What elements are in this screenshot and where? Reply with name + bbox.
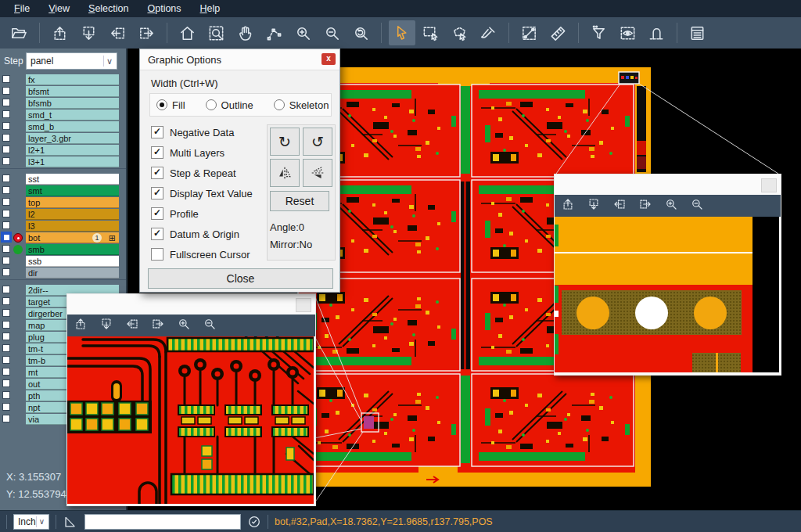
home-button[interactable] <box>174 20 201 45</box>
layer-checkbox[interactable] <box>2 257 10 264</box>
layer-row-l3[interactable]: l3 <box>0 221 126 232</box>
layer-row-bot[interactable]: bot1⊞ <box>0 232 126 243</box>
layer-row-smb[interactable]: smb <box>0 244 126 255</box>
grid-icon[interactable]: ⊞ <box>109 232 116 243</box>
layer-checkbox[interactable] <box>2 221 10 229</box>
layer-checkbox[interactable] <box>2 286 10 293</box>
layer-name-bar[interactable]: bfsmt <box>26 86 119 97</box>
layer-row-l2-1[interactable]: l2+1 <box>0 145 126 156</box>
layer-checkbox[interactable] <box>2 157 10 165</box>
zoom-out-button[interactable] <box>690 197 704 214</box>
snap-angle-icon[interactable] <box>63 515 77 529</box>
layer-checkbox[interactable] <box>2 356 10 364</box>
layer-name-bar[interactable]: sst <box>26 174 119 185</box>
layer-name-bar[interactable]: l2+1 <box>26 145 119 156</box>
layer-row-ssb[interactable]: ssb <box>0 256 126 267</box>
step-select[interactable]: panel ∨ <box>26 52 117 70</box>
checkbox-multi-layers[interactable]: ✓Multi Layers <box>151 146 224 159</box>
layer-row-smd-b[interactable]: smd_b <box>0 121 126 132</box>
popup-menu-button[interactable] <box>296 298 311 312</box>
layer-checkbox[interactable] <box>1 232 12 243</box>
select-cursor-button[interactable] <box>389 20 415 45</box>
ruler-button[interactable] <box>545 20 572 45</box>
popup-title-bar[interactable] <box>555 174 781 195</box>
zoom-in-button[interactable] <box>664 197 678 214</box>
layer-checkbox[interactable] <box>2 403 10 411</box>
layer-checkbox[interactable] <box>2 146 10 153</box>
layer-checkbox[interactable] <box>2 379 10 387</box>
checkbox-step-repeat[interactable]: ✓Step & Repeat <box>151 167 236 179</box>
layer-checkbox[interactable] <box>2 122 10 130</box>
zoom-window-button[interactable] <box>203 20 230 45</box>
layer-list-button[interactable] <box>684 20 711 45</box>
pan-up-button[interactable] <box>74 317 88 334</box>
layer-name-bar[interactable]: smt <box>26 185 119 196</box>
layer-checkbox[interactable] <box>2 99 10 106</box>
popup-view-left[interactable] <box>67 336 314 504</box>
layer-checkbox[interactable] <box>2 198 10 206</box>
layer-checkbox[interactable] <box>2 368 10 376</box>
zoom-out-button[interactable] <box>203 317 217 334</box>
radio-fill[interactable]: Fill <box>156 99 185 111</box>
layer-name-bar[interactable]: layer_3.gbr <box>26 133 119 144</box>
apply-check-icon[interactable] <box>247 515 261 529</box>
view-eye-button[interactable] <box>615 20 641 45</box>
layer-name-bar[interactable]: ssb <box>26 256 119 267</box>
radio-outline[interactable]: Outline <box>206 99 253 111</box>
layer-checkbox[interactable] <box>2 297 10 305</box>
layer-name-bar[interactable]: l3+1 <box>26 156 119 167</box>
layer-name-bar[interactable]: smd_t <box>26 110 119 120</box>
layer-row-smd-t[interactable]: smd_t <box>0 110 126 120</box>
layer-checkbox[interactable] <box>2 186 10 194</box>
layer-name-bar[interactable]: top <box>26 197 119 208</box>
layer-active-indicator-green[interactable] <box>13 245 23 254</box>
highlight-net-button[interactable] <box>644 20 670 45</box>
layer-row-bfsmb[interactable]: bfsmb <box>0 98 126 109</box>
mirror-vertical-button[interactable] <box>303 159 332 187</box>
layer-checkbox[interactable] <box>2 344 10 352</box>
rotate-ccw-button[interactable]: ↺ <box>303 128 332 156</box>
zoom-in-button[interactable] <box>290 20 317 45</box>
filter-button[interactable] <box>586 20 612 45</box>
layer-checkbox[interactable] <box>2 268 10 276</box>
popup-title-bar[interactable] <box>67 294 315 315</box>
layer-row-fx[interactable]: fx <box>0 74 126 85</box>
pan-down-button[interactable] <box>587 197 601 214</box>
layer-checkbox[interactable] <box>2 309 10 317</box>
rotate-cw-button[interactable]: ↻ <box>270 128 300 156</box>
clean-brush-button[interactable] <box>476 20 502 45</box>
close-icon[interactable]: x <box>321 53 336 65</box>
layer-checkbox[interactable] <box>2 391 10 399</box>
layer-row-layer-3-gbr[interactable]: layer_3.gbr <box>0 133 126 144</box>
menu-help[interactable]: Help <box>192 2 228 16</box>
layer-name-bar[interactable]: bfsmb <box>26 98 119 109</box>
menu-selection[interactable]: Selection <box>81 2 136 16</box>
checkbox-datum-origin[interactable]: ✓Datum & Origin <box>151 228 239 240</box>
layer-active-indicator-red[interactable] <box>13 233 23 243</box>
pan-left-button[interactable] <box>612 197 627 214</box>
pan-hand-button[interactable] <box>232 20 259 45</box>
layer-checkbox[interactable] <box>2 87 10 95</box>
layer-checkbox[interactable] <box>2 332 10 340</box>
layer-name-bar[interactable]: smd_b <box>26 121 119 132</box>
mirror-horizontal-button[interactable] <box>270 159 300 187</box>
menu-view[interactable]: View <box>41 2 77 16</box>
layer-row-smt[interactable]: smt <box>0 185 126 196</box>
layer-checkbox[interactable] <box>2 174 10 182</box>
close-button[interactable]: Close <box>148 268 333 289</box>
layer-checkbox[interactable] <box>2 75 10 83</box>
layer-row-dir[interactable]: dir <box>0 268 126 279</box>
layer-name-bar[interactable]: l2 <box>26 209 119 220</box>
zoom-previous-button[interactable] <box>348 20 375 45</box>
menu-options[interactable]: Options <box>139 2 189 16</box>
command-input[interactable] <box>84 514 241 530</box>
checkbox-profile[interactable]: ✓Profile <box>151 207 199 220</box>
layer-name-bar[interactable]: fx <box>26 74 119 85</box>
select-rect-button[interactable] <box>418 20 444 45</box>
popup-menu-button[interactable] <box>761 178 777 192</box>
checkbox-negative-data[interactable]: ✓Negative Data <box>151 126 234 138</box>
layer-checkbox[interactable] <box>2 321 10 329</box>
checkbox-fullscreen-cursor[interactable]: Fullscreen Cursor <box>151 248 250 261</box>
pan-left-button[interactable] <box>125 317 139 334</box>
layer-row-l3-1[interactable]: l3+1 <box>0 156 126 167</box>
